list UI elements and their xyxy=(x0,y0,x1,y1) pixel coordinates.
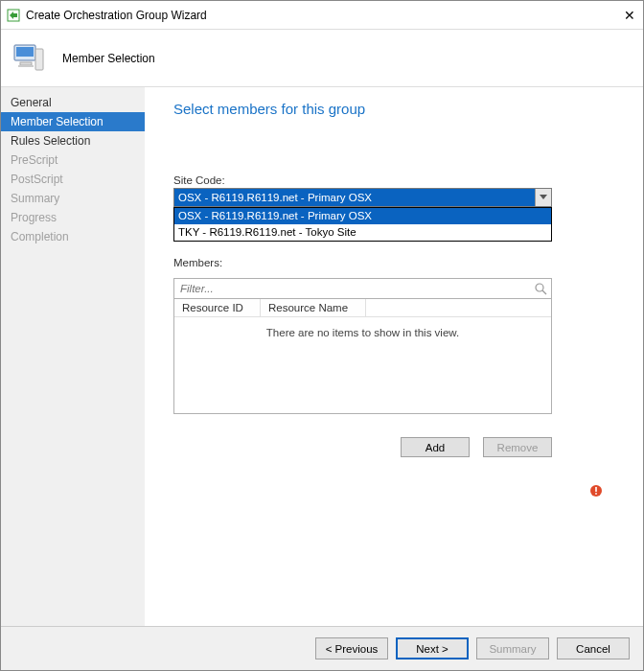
remove-button: Remove xyxy=(483,437,552,457)
wizard-footer: < Previous Next > Summary Cancel xyxy=(1,626,643,670)
site-code-label: Site Code: xyxy=(173,174,595,186)
svg-rect-9 xyxy=(595,487,597,492)
cancel-button[interactable]: Cancel xyxy=(557,637,630,659)
svg-line-7 xyxy=(542,290,546,294)
site-code-option-tky[interactable]: TKY - R6119.R6119.net - Tokyo Site xyxy=(174,224,551,241)
wizard-window: Create Orchestration Group Wizard ✕ Memb… xyxy=(0,0,644,671)
svg-rect-2 xyxy=(16,47,34,57)
wizard-main: Select members for this group Site Code:… xyxy=(145,87,643,626)
window-title: Create Orchestration Group Wizard xyxy=(26,9,207,22)
wizard-sidebar: General Member Selection Rules Selection… xyxy=(1,87,145,626)
members-label: Members: xyxy=(173,257,595,268)
members-filter[interactable] xyxy=(173,278,552,299)
title-bar: Create Orchestration Group Wizard ✕ xyxy=(1,1,643,30)
members-table: Resource ID Resource Name There are no i… xyxy=(173,299,552,414)
site-code-select[interactable]: OSX - R6119.R6119.net - Primary OSX OSX … xyxy=(173,188,552,207)
site-code-selected: OSX - R6119.R6119.net - Primary OSX xyxy=(178,192,372,203)
col-resource-name[interactable]: Resource Name xyxy=(261,299,366,316)
sidebar-item-completion: Completion xyxy=(1,227,145,246)
next-button[interactable]: Next > xyxy=(396,637,469,659)
sidebar-item-progress: Progress xyxy=(1,208,145,227)
site-code-option-osx[interactable]: OSX - R6119.R6119.net - Primary OSX xyxy=(174,208,551,224)
sidebar-item-prescript: PreScript xyxy=(1,150,145,170)
svg-rect-10 xyxy=(595,493,597,495)
summary-button: Summary xyxy=(476,637,549,659)
add-button[interactable]: Add xyxy=(401,437,470,457)
site-code-dropdown: OSX - R6119.R6119.net - Primary OSX TKY … xyxy=(173,207,552,242)
sidebar-item-rules-selection[interactable]: Rules Selection xyxy=(1,131,145,150)
chevron-down-icon[interactable] xyxy=(535,189,551,206)
wizard-header: Member Selection xyxy=(1,30,643,87)
sidebar-item-postscript: PostScript xyxy=(1,170,145,189)
svg-rect-3 xyxy=(35,49,43,70)
error-icon xyxy=(589,484,603,497)
empty-message: There are no items to show in this view. xyxy=(174,317,551,338)
search-icon[interactable] xyxy=(530,283,551,295)
computer-icon xyxy=(11,39,49,78)
svg-point-6 xyxy=(536,284,543,291)
app-icon xyxy=(7,9,20,22)
close-button[interactable]: ✕ xyxy=(624,8,635,23)
page-title: Member Selection xyxy=(62,52,155,65)
sidebar-item-general[interactable]: General xyxy=(1,93,145,112)
page-heading: Select members for this group xyxy=(173,101,595,117)
sidebar-item-summary: Summary xyxy=(1,189,145,208)
svg-rect-4 xyxy=(20,62,32,65)
filter-input[interactable] xyxy=(174,279,530,298)
col-resource-id[interactable]: Resource ID xyxy=(174,299,261,316)
svg-rect-5 xyxy=(18,65,34,67)
previous-button[interactable]: < Previous xyxy=(315,637,388,659)
sidebar-item-member-selection[interactable]: Member Selection xyxy=(1,112,145,131)
